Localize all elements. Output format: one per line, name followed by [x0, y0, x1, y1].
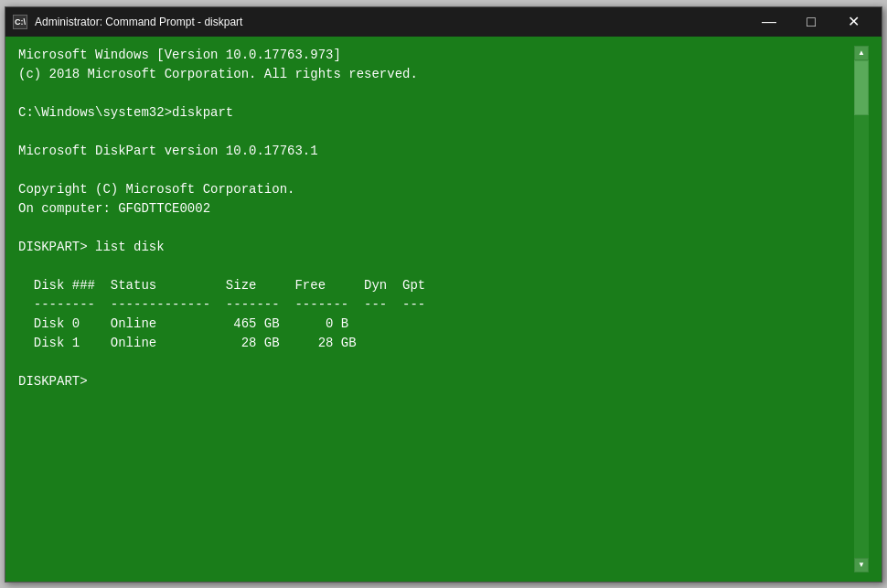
- scrollbar-track[interactable]: [854, 60, 869, 558]
- title-bar: C:\ Administrator: Command Prompt - disk…: [5, 7, 882, 37]
- scrollbar-thumb[interactable]: [854, 60, 869, 115]
- title-bar-left: C:\ Administrator: Command Prompt - disk…: [13, 15, 242, 29]
- close-button[interactable]: ✕: [832, 7, 874, 37]
- cmd-window: C:\ Administrator: Command Prompt - disk…: [5, 6, 882, 583]
- console-body[interactable]: Microsoft Windows [Version 10.0.17763.97…: [5, 37, 882, 582]
- maximize-button[interactable]: □: [790, 7, 832, 37]
- title-bar-text: Administrator: Command Prompt - diskpart: [35, 16, 242, 28]
- title-bar-controls: — □ ✕: [748, 7, 874, 37]
- console-output: Microsoft Windows [Version 10.0.17763.97…: [18, 46, 854, 572]
- cmd-icon: C:\: [13, 15, 27, 29]
- scroll-down-button[interactable]: ▼: [854, 558, 869, 572]
- scrollbar[interactable]: ▲ ▼: [854, 46, 869, 572]
- scroll-up-button[interactable]: ▲: [854, 46, 869, 60]
- minimize-button[interactable]: —: [748, 7, 790, 37]
